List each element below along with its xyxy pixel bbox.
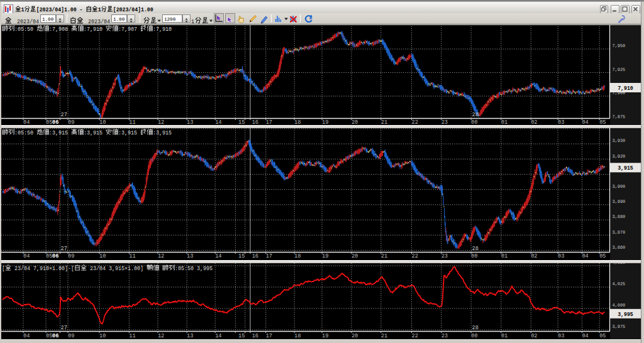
svg-text:05: 05 [46, 333, 52, 339]
svg-text:20: 20 [352, 119, 358, 126]
svg-text:10: 10 [99, 119, 106, 126]
svg-text:05: 05 [599, 253, 606, 259]
svg-text:21: 21 [381, 253, 387, 259]
svg-text:4,025: 4,025 [613, 281, 626, 286]
svg-text:22: 22 [412, 119, 418, 126]
svg-text:03: 03 [558, 333, 564, 339]
svg-text::7,908: :7,908 [49, 26, 71, 33]
svg-text:05: 05 [599, 333, 606, 339]
svg-text:18: 18 [294, 333, 301, 339]
svg-text:00: 00 [471, 119, 477, 126]
svg-text:09: 09 [68, 253, 74, 259]
svg-text:06: 06 [52, 253, 58, 259]
svg-text:3,860: 3,860 [613, 245, 626, 250]
svg-text:09: 09 [68, 119, 74, 126]
svg-text:28: 28 [472, 112, 479, 118]
svg-text:04: 04 [582, 333, 588, 339]
svg-text:06: 06 [52, 333, 58, 339]
svg-text::3,915: :3,915 [49, 130, 71, 136]
svg-text:04: 04 [582, 119, 588, 126]
svg-text:19: 19 [322, 333, 328, 339]
svg-text:04: 04 [23, 119, 30, 126]
svg-text:11: 11 [129, 333, 135, 339]
svg-text::05:50 3,995: :05:50 3,995 [175, 266, 213, 272]
svg-text:4,000: 4,000 [613, 303, 626, 308]
svg-text:05: 05 [46, 119, 52, 126]
svg-text:10: 10 [99, 253, 106, 259]
svg-text:12: 12 [158, 253, 164, 259]
svg-text:12: 12 [158, 333, 164, 339]
svg-text:20: 20 [352, 333, 358, 339]
svg-text:[: [ [2, 266, 5, 272]
svg-text:15: 15 [238, 253, 245, 259]
svg-text:00: 00 [471, 253, 477, 259]
svg-text:05: 05 [46, 253, 52, 259]
svg-text:19: 19 [322, 253, 328, 259]
svg-text:14: 14 [215, 253, 221, 259]
svg-text:16: 16 [252, 253, 258, 259]
svg-text:03: 03 [558, 253, 564, 259]
svg-text:01: 01 [501, 333, 508, 339]
svg-text:15: 15 [238, 119, 245, 126]
svg-text:7,925: 7,925 [613, 67, 626, 72]
svg-text:22: 22 [412, 333, 418, 339]
svg-text:15: 15 [238, 333, 245, 339]
svg-text:19: 19 [322, 119, 328, 126]
svg-text:02: 02 [531, 119, 537, 126]
svg-text:3,920: 3,920 [613, 154, 626, 159]
svg-text:23/04 3,915×1.00]: 23/04 3,915×1.00] [87, 266, 147, 272]
svg-text:3,880: 3,880 [613, 214, 626, 219]
svg-text:3,890: 3,890 [613, 199, 626, 204]
svg-text:14: 14 [215, 119, 221, 126]
svg-text:16: 16 [252, 119, 258, 126]
svg-text:7,875: 7,875 [613, 114, 626, 119]
svg-text:01: 01 [501, 253, 508, 259]
svg-text:28: 28 [472, 325, 479, 331]
svg-text:[2023/04]1.00 -: [2023/04]1.00 - [36, 7, 86, 13]
svg-text:02: 02 [531, 333, 537, 339]
svg-text:7,910: 7,910 [618, 85, 633, 92]
svg-text:R: R [309, 16, 313, 21]
svg-text:12: 12 [158, 119, 164, 126]
svg-text:05: 05 [599, 119, 606, 126]
svg-text:04: 04 [582, 253, 588, 259]
svg-text:00: 00 [471, 333, 477, 339]
svg-text:09: 09 [68, 333, 74, 339]
svg-text::3,915: :3,915 [84, 130, 106, 136]
svg-text:17: 17 [266, 333, 272, 339]
svg-text:28: 28 [472, 246, 479, 252]
svg-text:20: 20 [352, 253, 358, 259]
svg-text:3,900: 3,900 [613, 184, 626, 189]
svg-text:10: 10 [99, 333, 106, 339]
svg-text:14: 14 [215, 333, 221, 339]
svg-text::05:50: :05:50 [14, 26, 36, 33]
svg-text:27: 27 [61, 246, 67, 252]
svg-text:3,930: 3,930 [613, 138, 626, 143]
svg-text:18: 18 [294, 119, 301, 126]
svg-text:3,975: 3,975 [613, 324, 626, 329]
svg-text:04: 04 [23, 333, 30, 339]
svg-text:02: 02 [531, 253, 537, 259]
svg-text:[2023/04]1.00: [2023/04]1.00 [113, 7, 153, 13]
svg-text::3,915: :3,915 [153, 130, 172, 136]
svg-text::05:50: :05:50 [14, 130, 36, 136]
svg-text:03: 03 [558, 119, 564, 126]
svg-text:16: 16 [252, 333, 258, 339]
svg-text:21: 21 [381, 333, 387, 339]
svg-text:3,915: 3,915 [618, 165, 633, 172]
svg-text:1: 1 [98, 7, 101, 13]
svg-text:06: 06 [52, 119, 58, 126]
svg-text::7,910: :7,910 [84, 26, 106, 33]
svg-text::7,907: :7,907 [118, 26, 140, 33]
svg-text:04: 04 [23, 253, 30, 259]
svg-text:23: 23 [441, 253, 448, 259]
svg-text:1: 1 [21, 7, 25, 13]
svg-text:18: 18 [294, 253, 301, 259]
svg-text:3,995: 3,995 [618, 312, 633, 318]
svg-text:11: 11 [129, 253, 135, 259]
svg-text:23: 23 [441, 333, 448, 339]
svg-text:7,950: 7,950 [613, 43, 626, 48]
svg-text::3,915: :3,915 [118, 130, 140, 136]
svg-text::7,910: :7,910 [153, 26, 172, 33]
svg-text:21: 21 [381, 119, 387, 126]
